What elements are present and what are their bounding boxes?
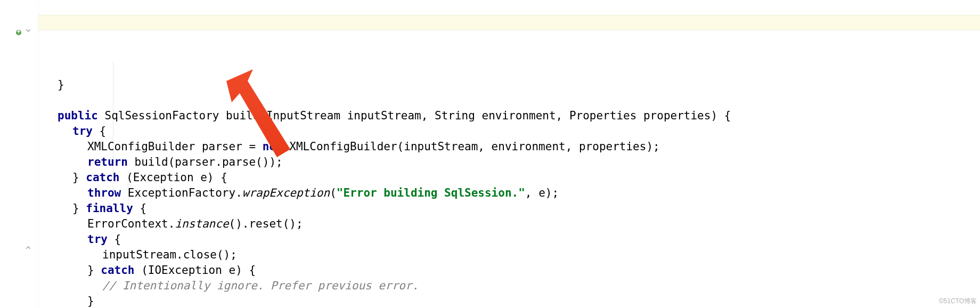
code-token: (Exception e) { — [126, 171, 227, 184]
code-token: throw — [87, 187, 128, 199]
code-token: instance — [175, 217, 228, 230]
code-token: } — [72, 202, 86, 215]
code-token: } — [87, 295, 94, 307]
code-area[interactable]: }public SqlSessionFactory build(InputStr… — [38, 0, 980, 308]
code-line[interactable]: } — [43, 77, 980, 93]
watermark-text: ©51CTO博客 — [939, 297, 977, 306]
code-token: } — [58, 78, 64, 91]
code-token: ErrorContext. — [87, 217, 175, 230]
fold-end-icon[interactable] — [24, 244, 33, 253]
code-token: new — [263, 140, 290, 153]
code-line[interactable]: public SqlSessionFactory build(InputStre… — [43, 108, 980, 124]
code-line[interactable]: try { — [43, 124, 980, 139]
code-token: } — [87, 264, 101, 277]
code-token: } — [72, 171, 86, 184]
code-token: ().reset(); — [229, 217, 303, 230]
code-token: { — [115, 233, 121, 246]
code-token: catch — [101, 264, 141, 277]
code-line[interactable]: } catch (Exception e) { — [43, 170, 980, 185]
code-token: finally — [86, 202, 140, 215]
code-line[interactable]: } — [43, 294, 980, 308]
code-line[interactable]: throw ExceptionFactory.wrapException("Er… — [43, 185, 980, 201]
code-token: return — [87, 156, 135, 168]
code-token: public — [58, 109, 105, 122]
caret-line-highlight — [38, 15, 980, 30]
code-token: SqlSessionFactory build(InputStream inpu… — [105, 109, 731, 122]
code-token: inputStream.close(); — [102, 248, 237, 261]
code-token: XMLConfigBuilder(inputStream, environmen… — [289, 140, 659, 153]
code-token: XMLConfigBuilder parser = — [87, 140, 263, 153]
code-line[interactable] — [43, 93, 980, 108]
code-token: { — [100, 125, 107, 137]
code-line[interactable]: } catch (IOException e) { — [43, 263, 980, 278]
code-token: try — [87, 233, 115, 246]
code-token: wrapException — [242, 187, 330, 199]
editor-gutter[interactable] — [0, 0, 38, 308]
code-token: // Intentionally ignore. Prefer previous… — [102, 279, 419, 292]
code-token: try — [72, 125, 100, 137]
code-token: (IOException e) { — [141, 264, 256, 277]
code-token: , e); — [525, 187, 559, 199]
code-token: ( — [330, 187, 337, 199]
fold-start-icon[interactable] — [24, 27, 33, 35]
code-line[interactable]: inputStream.close(); — [43, 247, 980, 263]
code-line[interactable]: try { — [43, 232, 980, 247]
code-line[interactable]: XMLConfigBuilder parser = new XMLConfigB… — [43, 139, 980, 155]
code-line[interactable]: // Intentionally ignore. Prefer previous… — [43, 278, 980, 294]
code-token: build(parser.parse()); — [135, 156, 283, 168]
override-icon[interactable] — [15, 29, 23, 37]
code-token: ExceptionFactory. — [128, 187, 242, 199]
code-token: catch — [86, 171, 126, 184]
code-line[interactable]: return build(parser.parse()); — [43, 155, 980, 170]
code-line[interactable]: } finally { — [43, 201, 980, 216]
code-line[interactable]: ErrorContext.instance().reset(); — [43, 216, 980, 232]
code-editor[interactable]: }public SqlSessionFactory build(InputStr… — [0, 0, 980, 308]
code-token: "Error building SqlSession." — [337, 187, 525, 199]
code-token: { — [140, 202, 146, 215]
